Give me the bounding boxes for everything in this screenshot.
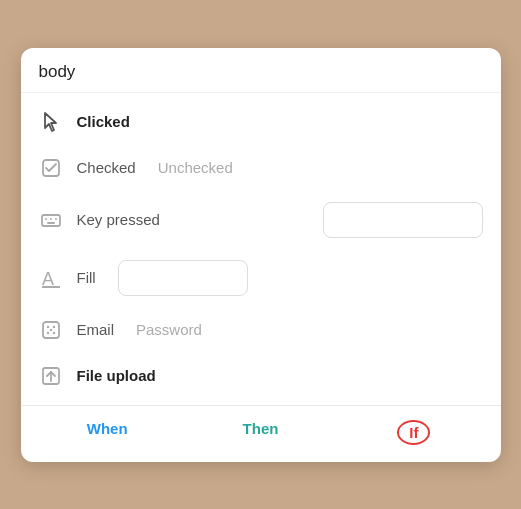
fill-label: Fill xyxy=(77,269,96,286)
menu-item-email[interactable]: Email Password xyxy=(21,307,501,353)
clicked-label: Clicked xyxy=(77,113,130,130)
fill-input[interactable] xyxy=(118,260,248,296)
svg-point-12 xyxy=(52,331,54,333)
cursor-icon xyxy=(39,110,63,134)
fill-icon: A xyxy=(39,266,63,290)
menu-list: Clicked Checked Unchecked xyxy=(21,93,501,405)
checkbox-icon xyxy=(39,156,63,180)
menu-item-clicked[interactable]: Clicked xyxy=(21,99,501,145)
if-circle: If xyxy=(397,420,430,445)
svg-point-11 xyxy=(46,331,48,333)
keyboard-icon xyxy=(39,208,63,232)
svg-point-13 xyxy=(49,328,51,330)
search-bar xyxy=(21,48,501,93)
search-input[interactable] xyxy=(39,62,483,82)
email-label: Email xyxy=(77,321,115,338)
tab-if[interactable]: If xyxy=(337,406,490,462)
svg-point-9 xyxy=(46,325,48,327)
svg-rect-1 xyxy=(42,215,60,226)
menu-item-checked[interactable]: Checked Unchecked xyxy=(21,145,501,191)
file-upload-label: File upload xyxy=(77,367,156,384)
checked-label: Checked xyxy=(77,159,136,176)
dice-icon xyxy=(39,318,63,342)
key-pressed-input[interactable] xyxy=(323,202,483,238)
svg-point-10 xyxy=(52,325,54,327)
password-label: Password xyxy=(136,321,202,338)
tab-when[interactable]: When xyxy=(31,406,184,462)
key-pressed-label: Key pressed xyxy=(77,211,160,228)
menu-item-file-upload[interactable]: File upload xyxy=(21,353,501,399)
tab-bar: When Then If xyxy=(21,405,501,462)
menu-item-key-pressed[interactable]: Key pressed xyxy=(21,191,501,249)
unchecked-label: Unchecked xyxy=(158,159,233,176)
upload-icon xyxy=(39,364,63,388)
menu-item-fill[interactable]: A Fill xyxy=(21,249,501,307)
tab-then[interactable]: Then xyxy=(184,406,337,462)
trigger-card: Clicked Checked Unchecked xyxy=(21,48,501,462)
